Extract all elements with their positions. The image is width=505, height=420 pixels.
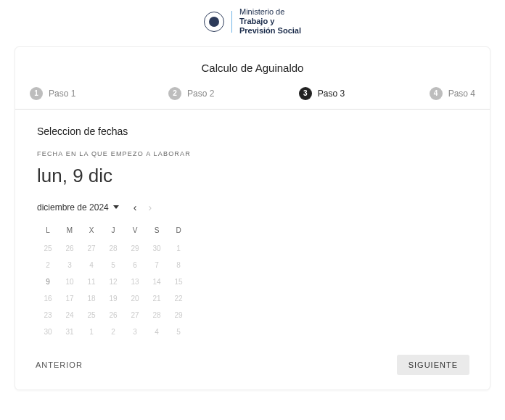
weekday-header: V — [124, 223, 146, 240]
ministry-line1: Ministerio de — [239, 7, 301, 17]
page-title: Calculo de Aguinaldo — [15, 62, 490, 74]
calendar-day[interactable]: 13 — [124, 273, 146, 290]
calendar-day[interactable]: 8 — [168, 257, 189, 273]
calendar-day[interactable]: 30 — [146, 240, 168, 257]
calendar-day[interactable]: 1 — [81, 324, 102, 340]
ministry-line3: Previsión Social — [239, 26, 301, 36]
ministry-line2: Trabajo y — [239, 17, 301, 26]
calendar-day[interactable]: 23 — [37, 307, 59, 324]
step-1[interactable]: 1 Paso 1 — [30, 87, 132, 100]
content-area: Seleccion de fechas FECHA EN LA QUE EMPE… — [15, 110, 490, 340]
calendar-day[interactable]: 4 — [81, 257, 102, 273]
calendar-day[interactable]: 26 — [59, 240, 81, 257]
step-3[interactable]: 3 Paso 3 — [271, 87, 373, 100]
prev-button[interactable]: ANTERIOR — [36, 361, 83, 369]
calendar-row: 303112345 — [37, 324, 189, 340]
step-2-label: Paso 2 — [187, 88, 214, 99]
calendar-day[interactable]: 3 — [124, 324, 146, 340]
calendar-day[interactable]: 18 — [81, 290, 102, 307]
month-label-text: diciembre de 2024 — [37, 202, 109, 213]
calendar-day[interactable]: 26 — [102, 307, 124, 324]
weekday-header: D — [168, 223, 189, 240]
calendar-day[interactable]: 19 — [102, 290, 124, 307]
calendar-day[interactable]: 28 — [146, 307, 168, 324]
wizard-footer: ANTERIOR SIGUIENTE — [15, 340, 490, 390]
calendar-day[interactable]: 17 — [59, 290, 81, 307]
step-4-num: 4 — [430, 87, 443, 100]
calendar-day[interactable]: 20 — [124, 290, 146, 307]
month-selector[interactable]: diciembre de 2024 — [37, 202, 119, 213]
selected-date-display: lun, 9 dic — [37, 165, 468, 187]
main-card: Calculo de Aguinaldo 1 Paso 1 2 Paso 2 3… — [15, 46, 490, 390]
step-2-num: 2 — [168, 87, 181, 100]
calendar-day[interactable]: 25 — [37, 240, 59, 257]
calendar-day[interactable]: 3 — [59, 257, 81, 273]
field-label: FECHA EN LA QUE EMPEZO A LABORAR — [37, 150, 468, 157]
step-3-label: Paso 3 — [318, 88, 345, 99]
calendar-day[interactable]: 15 — [168, 273, 189, 290]
calendar-day[interactable]: 5 — [168, 324, 189, 340]
calendar-day[interactable]: 24 — [59, 307, 81, 324]
calendar-day[interactable]: 27 — [81, 240, 102, 257]
weekday-header: J — [102, 223, 124, 240]
step-1-num: 1 — [30, 87, 43, 100]
ministry-name: Ministerio de Trabajo y Previsión Social — [239, 7, 301, 36]
calendar-row: 23242526272829 — [37, 307, 189, 324]
step-1-label: Paso 1 — [49, 88, 75, 99]
calendar-day[interactable]: 21 — [146, 290, 168, 307]
app-header: Ministerio de Trabajo y Previsión Social — [0, 0, 505, 46]
calendar-day[interactable]: 4 — [146, 324, 168, 340]
calendar-day[interactable]: 29 — [124, 240, 146, 257]
calendar-row: 2345678 — [37, 257, 189, 273]
weekday-header: S — [146, 223, 168, 240]
calendar-body: 2526272829301234567891011121314151617181… — [37, 240, 189, 340]
calendar-day[interactable]: 6 — [124, 257, 146, 273]
calendar-day[interactable]: 1 — [168, 240, 189, 257]
calendar-day[interactable]: 10 — [59, 273, 81, 290]
calendar-day[interactable]: 22 — [168, 290, 189, 307]
calendar-row: 2526272829301 — [37, 240, 189, 257]
calendar-day[interactable]: 29 — [168, 307, 189, 324]
calendar-day[interactable]: 12 — [102, 273, 124, 290]
month-nav: diciembre de 2024 ‹ › — [37, 202, 468, 213]
next-month-icon: › — [148, 202, 152, 213]
calendar-day[interactable]: 2 — [102, 324, 124, 340]
calendar-day[interactable]: 25 — [81, 307, 102, 324]
section-title: Seleccion de fechas — [37, 125, 468, 137]
calendar-day[interactable]: 16 — [37, 290, 59, 307]
calendar-row: 9101112131415 — [37, 273, 189, 290]
step-3-num: 3 — [299, 87, 312, 100]
calendar-day[interactable]: 5 — [102, 257, 124, 273]
calendar-weekdays: LMXJVSD — [37, 223, 189, 240]
calendar-day[interactable]: 28 — [102, 240, 124, 257]
step-4-label: Paso 4 — [448, 88, 475, 99]
prev-month-icon[interactable]: ‹ — [134, 202, 137, 213]
calendar-day[interactable]: 14 — [146, 273, 168, 290]
calendar-day[interactable]: 31 — [59, 324, 81, 340]
calendar-day[interactable]: 7 — [146, 257, 168, 273]
calendar-day[interactable]: 11 — [81, 273, 102, 290]
header-divider — [231, 11, 232, 33]
calendar-day[interactable]: 2 — [37, 257, 59, 273]
step-4[interactable]: 4 Paso 4 — [373, 87, 475, 100]
calendar-day[interactable]: 9 — [37, 273, 59, 290]
weekday-header: X — [81, 223, 102, 240]
gov-seal-icon — [204, 12, 224, 32]
calendar: LMXJVSD 25262728293012345678910111213141… — [37, 223, 189, 340]
step-2[interactable]: 2 Paso 2 — [132, 87, 271, 100]
month-arrows: ‹ › — [134, 202, 152, 213]
weekday-header: M — [59, 223, 81, 240]
chevron-down-icon — [113, 205, 119, 209]
stepper: 1 Paso 1 2 Paso 2 3 Paso 3 4 Paso 4 — [15, 87, 490, 110]
next-button[interactable]: SIGUIENTE — [397, 355, 469, 375]
calendar-day[interactable]: 27 — [124, 307, 146, 324]
weekday-header: L — [37, 223, 59, 240]
calendar-day[interactable]: 30 — [37, 324, 59, 340]
calendar-row: 16171819202122 — [37, 290, 189, 307]
